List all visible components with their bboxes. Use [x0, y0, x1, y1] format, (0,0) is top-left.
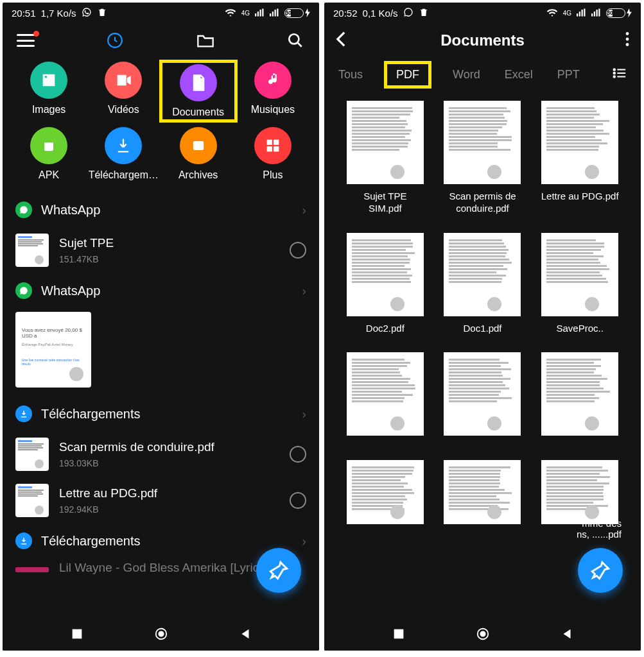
section-header[interactable]: WhatsApp›: [3, 273, 319, 308]
recent-tab-icon[interactable]: [105, 31, 125, 50]
doc-label: SaveProc..: [556, 323, 603, 335]
select-ring[interactable]: [290, 492, 306, 509]
whatsapp-icon: [82, 7, 92, 19]
category-video[interactable]: Vidéos: [86, 62, 161, 121]
svg-point-18: [613, 76, 615, 78]
battery-indicator: 30: [606, 8, 632, 18]
doc-label: Lettre au PDG.pdf: [541, 191, 619, 203]
file-row[interactable]: Scan permis de conduire.pdf193.03KB: [3, 431, 319, 477]
doc-item[interactable]: [439, 352, 527, 442]
status-net: 4G: [563, 10, 571, 17]
doc-item[interactable]: [535, 352, 624, 442]
nav-recents[interactable]: [70, 627, 84, 641]
nav-recents[interactable]: [392, 627, 406, 641]
doc-thumb: [541, 352, 618, 436]
trash-icon: [419, 7, 429, 19]
menu-button[interactable]: [17, 34, 35, 47]
file-thumb: [15, 484, 49, 517]
doc-item[interactable]: Sujet TPE SIM.pdf: [341, 101, 430, 215]
section-header[interactable]: WhatsApp›: [3, 192, 319, 227]
file-thumb: [15, 234, 49, 267]
list-view-icon[interactable]: [613, 67, 627, 82]
doc-label: Doc2.pdf: [366, 323, 405, 335]
doc-item[interactable]: Lettre au PDG.pdf: [535, 101, 624, 215]
status-bar: 20:51 1,7 Ko/s 4G 30: [3, 3, 319, 22]
back-button[interactable]: [336, 31, 346, 50]
file-size: 151.47KB: [59, 254, 279, 264]
nav-back[interactable]: [560, 627, 574, 641]
whatsapp-icon: [403, 7, 413, 19]
section-title: Téléchargements: [41, 407, 141, 422]
doc-thumb: [347, 352, 424, 436]
doc-item[interactable]: [535, 460, 624, 524]
nav-home[interactable]: [154, 627, 168, 641]
doc-item[interactable]: Doc1.pdf: [439, 233, 527, 335]
svg-rect-6: [267, 146, 272, 151]
category-label: Archives: [178, 169, 218, 181]
section-title: WhatsApp: [41, 284, 100, 298]
file-size: 193.03KB: [59, 458, 279, 468]
category-grid[interactable]: Plus: [236, 127, 310, 181]
section-title: WhatsApp: [41, 203, 100, 218]
svg-rect-5: [274, 140, 279, 145]
search-icon[interactable]: [286, 31, 305, 50]
doc-thumb: [541, 460, 618, 524]
phone-left: 20:51 1,7 Ko/s 4G 30 ImagesVidéosDocumen…: [3, 3, 319, 651]
category-download[interactable]: Téléchargem…: [86, 127, 161, 181]
folder-tab-icon[interactable]: [196, 31, 215, 50]
select-ring[interactable]: [290, 242, 306, 259]
file-name: Sujet TPE: [59, 236, 279, 250]
doc-label: Scan permis de conduire.pdf: [449, 191, 516, 215]
category-android[interactable]: APK: [12, 127, 86, 181]
doc-item[interactable]: [439, 460, 527, 524]
category-doc[interactable]: Documents: [161, 62, 236, 121]
tab-tous[interactable]: Tous: [338, 68, 363, 81]
wifi-icon: [225, 8, 236, 19]
doc-label: Sujet TPE SIM.pdf: [363, 191, 406, 215]
svg-rect-4: [267, 140, 272, 145]
nav-back[interactable]: [238, 627, 252, 641]
wifi-icon: [546, 8, 558, 19]
category-image[interactable]: Images: [12, 62, 86, 121]
file-name: Lettre au PDG.pdf: [59, 486, 279, 500]
doc-item[interactable]: Scan permis de conduire.pdf: [439, 101, 527, 215]
system-navbar: [324, 617, 641, 651]
more-button[interactable]: [625, 32, 629, 49]
select-ring[interactable]: [290, 446, 306, 463]
tab-excel[interactable]: Excel: [505, 68, 533, 81]
doc-thumb: [444, 352, 521, 436]
clean-fab[interactable]: [256, 548, 301, 593]
status-time: 20:52: [333, 8, 358, 19]
category-label: Musiques: [251, 104, 295, 115]
status-net: 4G: [241, 10, 250, 17]
category-music[interactable]: Musiques: [236, 62, 310, 121]
doc-thumb: [347, 101, 424, 184]
doc-item[interactable]: Doc2.pdf: [341, 233, 430, 335]
doc-item[interactable]: [341, 352, 430, 442]
doc-thumb: [347, 233, 424, 316]
doc-thumb: [444, 233, 521, 316]
file-thumb-large[interactable]: Vous avez envoyé 20,00 $ USD àÉchange Pa…: [15, 312, 91, 388]
tab-pdf[interactable]: PDF: [387, 64, 428, 85]
top-nav: [3, 22, 319, 62]
file-row[interactable]: Lettre au PDG.pdf192.94KB: [3, 477, 319, 524]
svg-point-1: [289, 34, 299, 44]
file-thumb: [15, 438, 49, 471]
doc-label: Doc1.pdf: [463, 323, 501, 335]
category-label: Plus: [263, 169, 283, 181]
doc-item[interactable]: [341, 460, 430, 524]
doc-thumb: [541, 233, 618, 316]
tab-word[interactable]: Word: [453, 68, 480, 81]
clean-fab[interactable]: [578, 548, 623, 593]
category-zip[interactable]: ZIPArchives: [161, 127, 236, 181]
doc-item[interactable]: SaveProc..: [535, 233, 624, 335]
section-title: Téléchargements: [41, 534, 141, 549]
signal-icon: [577, 8, 586, 19]
tab-ppt[interactable]: PPT: [557, 68, 580, 81]
category-label: APK: [39, 169, 59, 181]
svg-rect-8: [72, 629, 82, 639]
signal-icon: [255, 8, 265, 19]
nav-home[interactable]: [476, 627, 490, 641]
file-row[interactable]: Sujet TPE151.47KB: [3, 227, 319, 273]
section-header[interactable]: Téléchargements›: [3, 397, 319, 431]
